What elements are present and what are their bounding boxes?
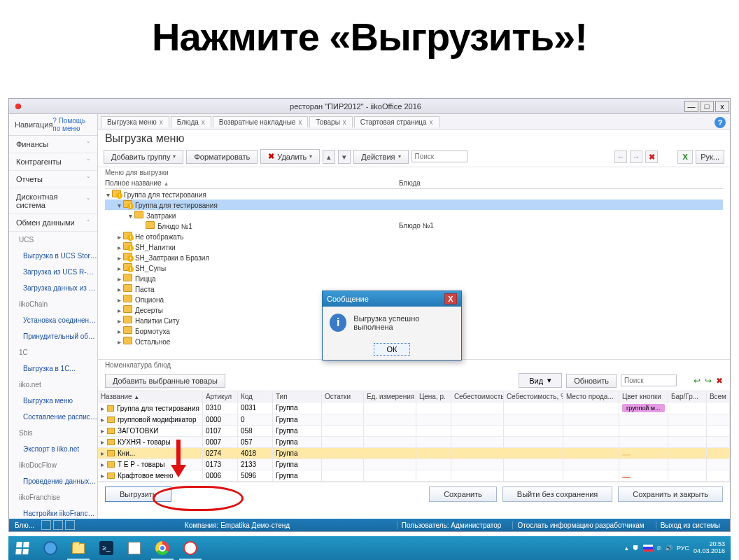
col-cena[interactable]: Цена, р. — [416, 391, 451, 402]
grid-row[interactable]: ▸КУХНЯ - товары0007057Группа — [98, 437, 730, 448]
grid-back-button[interactable]: ↩ — [694, 376, 701, 386]
nav-item-net-schedule[interactable]: Составление расписания — [9, 409, 97, 425]
tree-expander-icon[interactable]: ▸ — [116, 307, 123, 314]
row-expander-icon[interactable]: ▸ — [101, 449, 104, 457]
tray-flag-icon[interactable] — [643, 545, 653, 552]
grid-stop-button[interactable]: ✖ — [716, 376, 723, 386]
nav-item-franchise-settings[interactable]: Настройки iikoFranchise — [9, 505, 97, 519]
move-up-button[interactable]: ▴ — [323, 150, 335, 164]
minimize-button[interactable]: — — [684, 101, 698, 112]
tree-row[interactable]: ▾Группа для тестирования — [105, 189, 723, 200]
row-expander-icon[interactable]: ▸ — [101, 405, 104, 412]
tree-row[interactable]: ▸SH_Завтраки в Бразил — [105, 252, 723, 262]
status-send-dev[interactable]: Отослать информацию разработчикам — [512, 522, 648, 529]
col-seb2[interactable]: Себестоимость, % — [504, 391, 563, 402]
export-button[interactable]: Выгрузить — [105, 486, 171, 502]
row-expander-icon[interactable]: ▸ — [101, 416, 104, 424]
tree-expander-icon[interactable]: ▸ — [116, 265, 123, 272]
row-expander-icon[interactable]: ▸ — [101, 427, 104, 435]
tray-network-icon[interactable]: ⎚ — [657, 545, 661, 552]
grid-row[interactable]: ▸Крафтовое меню00065096Группа — [98, 470, 730, 482]
tray-clock[interactable]: 20:53 04.03.2016 — [694, 541, 725, 555]
save-button[interactable]: Сохранить — [429, 486, 497, 502]
format-button[interactable]: Форматировать — [186, 150, 258, 164]
tray-lang[interactable]: РУС — [677, 545, 689, 552]
maximize-button[interactable]: □ — [700, 101, 714, 112]
status-window-icons[interactable] — [41, 520, 75, 530]
tray-volume-icon[interactable]: 🔊 — [665, 545, 673, 552]
tab-close-icon[interactable]: x — [430, 118, 433, 126]
actions-button[interactable]: Действия▾ — [353, 150, 408, 164]
nav-help-link[interactable]: ? Помощь по меню — [52, 117, 92, 132]
col-vsem[interactable]: Всем — [707, 391, 730, 402]
status-exit[interactable]: Выход из системы — [656, 522, 724, 529]
col-art[interactable]: Артикул — [203, 391, 238, 402]
col-seb1[interactable]: Себестоимость, р. — [451, 391, 504, 402]
search-input[interactable] — [411, 150, 467, 162]
tree-row[interactable]: ▸SH_Супы — [105, 262, 723, 273]
tree-expander-icon[interactable]: ▸ — [116, 317, 123, 325]
add-selected-button[interactable]: Добавить выбранные товары — [105, 374, 225, 388]
stop-button[interactable]: ✖ — [645, 150, 658, 163]
manual-button[interactable]: Рук... — [696, 150, 724, 164]
tab-close-icon[interactable]: x — [298, 118, 302, 126]
taskbar-iiko[interactable] — [176, 536, 204, 560]
tree-expander-icon[interactable]: ▸ — [116, 254, 123, 262]
tab-4[interactable]: Стартовая страницаx — [354, 116, 439, 127]
tree-expander-icon[interactable]: ▾ — [105, 191, 112, 199]
view-dropdown[interactable]: Вид▾ — [519, 373, 562, 388]
tree-row[interactable]: ▸Не отображать — [105, 231, 723, 241]
nav-section-discount[interactable]: Дисконтная система˅ — [9, 188, 97, 214]
taskbar-app[interactable] — [120, 536, 148, 560]
col-mest[interactable]: Место прода... — [563, 391, 619, 402]
nav-item-chain-force[interactable]: Принудительный обмен данными с п... — [9, 328, 97, 344]
tree-expander-icon[interactable]: ▸ — [116, 286, 123, 293]
tab-3[interactable]: Товарыx — [309, 116, 352, 127]
dialog-ok-button[interactable]: ОК — [374, 343, 411, 356]
close-button[interactable]: x — [715, 101, 729, 112]
tree-row[interactable]: ▾Группа для тестирования — [105, 200, 723, 210]
tree-row[interactable]: Блюдо №1Блюдо №1 — [105, 220, 723, 231]
save-close-button[interactable]: Сохранить и закрыть — [618, 486, 723, 502]
nav-item-net-menu[interactable]: Выгрузка меню — [9, 393, 97, 409]
tray-up-icon[interactable]: ▴ — [625, 545, 628, 552]
taskbar-powershell[interactable]: ≥_ — [92, 536, 120, 560]
nav-item-docflow-edo[interactable]: Проведение данных в ЭДО — [9, 473, 97, 489]
grid-row[interactable]: ▸Кни...02744018Группа — [98, 448, 730, 459]
tree-row[interactable]: ▸Пицца — [105, 273, 723, 284]
row-expander-icon[interactable]: ▸ — [101, 461, 104, 468]
tree-row[interactable]: ▾Завтраки — [105, 210, 723, 220]
move-down-button[interactable]: ▾ — [338, 150, 351, 164]
tab-1[interactable]: Блюдаx — [171, 116, 211, 127]
forward-button[interactable]: → — [630, 150, 642, 163]
tab-close-icon[interactable]: x — [202, 118, 205, 126]
refresh-button[interactable]: Обновить — [566, 374, 617, 388]
add-group-button[interactable]: Добавить группу▾ — [104, 150, 184, 164]
col-cvet[interactable]: Цвет кнопки — [619, 391, 668, 402]
start-button[interactable] — [8, 536, 36, 560]
delete-button[interactable]: ✖Удалить▾ — [260, 149, 320, 164]
col-name[interactable]: Название ▲ — [98, 391, 203, 402]
grid-forward-button[interactable]: ↪ — [705, 376, 712, 386]
nav-section-exchange[interactable]: Обмен данными˄ — [9, 214, 97, 232]
grid-row[interactable]: ▸Группа для тестирования03100031Группагр… — [98, 402, 730, 414]
tab-2[interactable]: Возвратные накладныеx — [213, 116, 309, 127]
nav-item-ucs-export[interactable]: Выгрузка в UCS StoreHouse... — [9, 248, 97, 264]
tab-close-icon[interactable]: x — [160, 118, 163, 126]
taskbar-explorer[interactable] — [64, 536, 92, 560]
tree-expander-icon[interactable]: ▾ — [116, 202, 123, 209]
tree-expander-icon[interactable]: ▾ — [127, 212, 134, 220]
tree-expander-icon[interactable]: ▸ — [116, 296, 123, 304]
tree-expander-icon[interactable]: ▸ — [116, 233, 123, 241]
back-button[interactable]: ← — [614, 150, 627, 163]
col-bar[interactable]: Бар/Гр... — [668, 391, 707, 402]
tab-0[interactable]: Выгрузка менюx — [101, 116, 169, 127]
col-tip[interactable]: Тип — [273, 391, 322, 402]
nav-section-contragents[interactable]: Контрагенты˅ — [9, 153, 97, 171]
col-ed[interactable]: Ед. измерения — [364, 391, 416, 402]
tree-expander-icon[interactable]: ▸ — [116, 338, 123, 346]
nav-item-ucs-import1[interactable]: Загрузка из UCS R-Keeper з... — [9, 264, 97, 280]
grid-row[interactable]: ▸Т Е Р - товары01732133Группа — [98, 459, 730, 470]
help-icon[interactable]: ? — [715, 117, 726, 128]
bottom-search-input[interactable] — [621, 374, 677, 386]
